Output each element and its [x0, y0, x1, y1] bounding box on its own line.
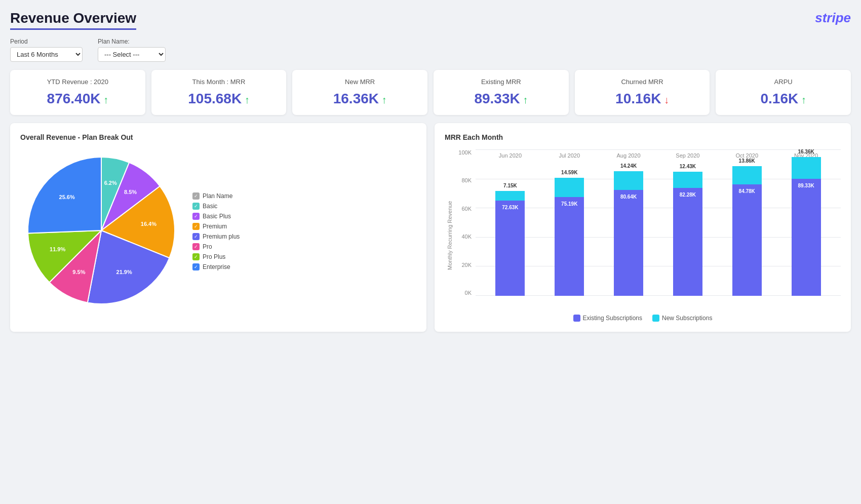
charts-row: Overall Revenue - Plan Break Out 6.2% 8.… — [10, 123, 851, 332]
y-tick: 40K — [453, 234, 472, 240]
bar-stack: 14.59K 75.19K — [555, 178, 584, 296]
legend-item: ✓Pro Plus — [192, 253, 240, 260]
plan-filter: Plan Name: --- Select ---BasicBasic Plus… — [98, 38, 166, 62]
bar-stack: 7.15K 72.63K — [495, 191, 525, 296]
bar-legend-item: Existing Subscriptions — [573, 315, 642, 322]
y-tick: 100K — [453, 149, 472, 156]
bar-group: 12.43K 82.28K — [670, 172, 706, 296]
trend-down-icon: ↓ — [661, 94, 669, 105]
bar-stack: 13.86K 84.78K — [732, 166, 762, 296]
svg-text:6.2%: 6.2% — [104, 180, 117, 186]
bar-group: 14.59K 75.19K — [552, 178, 587, 296]
trend-up-icon: ↑ — [520, 94, 528, 105]
page-title: Revenue Overview — [10, 10, 136, 30]
kpi-row: YTD Revenue : 2020 876.40K ↑ This Month … — [10, 70, 851, 115]
bars-area: 7.15K 72.63K 14.59K 75.19K 14.24K 80.64K — [476, 149, 841, 308]
bar-group: 7.15K 72.63K — [492, 191, 528, 296]
bar-chart-card: MRR Each Month Monthly Recurring Revenue… — [435, 123, 851, 332]
bar-stack: 16.36K 89.33K — [792, 157, 821, 296]
kpi-label: New MRR — [302, 78, 417, 86]
kpi-label: This Month : MRR — [162, 78, 277, 86]
bar-legend: Existing SubscriptionsNew Subscriptions — [445, 315, 841, 322]
svg-text:25.6%: 25.6% — [59, 194, 75, 200]
plan-select[interactable]: --- Select ---BasicBasic PlusPremiumPrem… — [98, 47, 166, 62]
kpi-card: Existing MRR 89.33K ↑ — [434, 70, 569, 115]
legend-item: ✓Basic — [192, 203, 240, 210]
bar-new: 13.86K — [732, 166, 762, 184]
y-tick: 80K — [453, 177, 472, 183]
legend-title: ✓Plan Name — [192, 192, 240, 200]
bar-existing: 72.63K — [495, 201, 525, 296]
trend-up-icon: ↑ — [379, 94, 387, 105]
bar-chart-inner: Monthly Recurring Revenue 100K80K60K40K2… — [445, 149, 841, 308]
kpi-card: ARPU 0.16K ↑ — [716, 70, 851, 115]
stripe-logo: stripe — [815, 10, 851, 26]
y-tick: 20K — [453, 262, 472, 268]
y-axis: 100K80K60K40K20K0K — [453, 149, 476, 308]
kpi-card: YTD Revenue : 2020 876.40K ↑ — [10, 70, 145, 115]
bar-existing: 82.28K — [673, 188, 702, 296]
bars-row: 7.15K 72.63K 14.59K 75.19K 14.24K 80.64K — [476, 149, 841, 296]
bar-stack: 12.43K 82.28K — [673, 172, 702, 296]
bar-chart-area: Monthly Recurring Revenue 100K80K60K40K2… — [445, 149, 841, 322]
svg-text:11.9%: 11.9% — [50, 246, 65, 252]
legend-item: ✓Basic Plus — [192, 213, 240, 220]
period-label: Period — [10, 38, 83, 45]
y-tick: 0K — [453, 290, 472, 296]
kpi-value: 89.33K ↑ — [444, 91, 559, 107]
period-select[interactable]: Last 6 MonthsLast 3 MonthsLast 12 Months… — [10, 47, 83, 62]
pie-chart-card: Overall Revenue - Plan Break Out 6.2% 8.… — [10, 123, 426, 332]
kpi-value: 876.40K ↑ — [20, 91, 135, 107]
kpi-label: Churned MRR — [585, 78, 700, 86]
bar-new: 16.36K — [792, 157, 821, 178]
kpi-value: 0.16K ↑ — [726, 91, 841, 107]
kpi-card: New MRR 16.36K ↑ — [292, 70, 427, 115]
kpi-label: YTD Revenue : 2020 — [20, 78, 135, 86]
pie-legend: ✓Plan Name✓Basic✓Basic Plus✓Premium✓Prem… — [192, 192, 240, 270]
kpi-value: 10.16K ↓ — [585, 91, 700, 107]
trend-up-icon: ↑ — [242, 94, 250, 105]
kpi-value: 16.36K ↑ — [302, 91, 417, 107]
bar-stack: 14.24K 80.64K — [614, 171, 643, 296]
bar-chart-title: MRR Each Month — [445, 133, 841, 141]
y-axis-label: Monthly Recurring Revenue — [445, 149, 453, 308]
bar-new: 12.43K — [673, 172, 702, 188]
legend-item: ✓Premium plus — [192, 233, 240, 240]
bar-group: 13.86K 84.78K — [729, 166, 765, 296]
kpi-label: ARPU — [726, 78, 841, 86]
bar-existing: 80.64K — [614, 190, 643, 296]
svg-text:9.5%: 9.5% — [72, 269, 85, 275]
svg-text:8.5%: 8.5% — [124, 189, 137, 195]
kpi-card: Churned MRR 10.16K ↓ — [575, 70, 710, 115]
period-filter: Period Last 6 MonthsLast 3 MonthsLast 12… — [10, 38, 83, 62]
bar-new: 7.15K — [495, 191, 525, 201]
plan-label: Plan Name: — [98, 38, 166, 45]
legend-item: ✓Pro — [192, 243, 240, 250]
pie-chart-title: Overall Revenue - Plan Break Out — [20, 133, 416, 141]
legend-item: ✓Enterprise — [192, 263, 240, 270]
bar-existing: 75.19K — [555, 197, 584, 296]
filters-row: Period Last 6 MonthsLast 3 MonthsLast 12… — [10, 38, 851, 62]
kpi-value: 105.68K ↑ — [162, 91, 277, 107]
y-tick: 60K — [453, 206, 472, 212]
bar-group: 16.36K 89.33K — [789, 157, 824, 296]
trend-up-icon: ↑ — [798, 94, 806, 105]
bar-legend-item: New Subscriptions — [652, 315, 712, 322]
svg-text:16.4%: 16.4% — [141, 221, 156, 227]
pie-container: 6.2% 8.5% 16.4% 21.9% 9.5% 11.9% 25.6% ✓… — [20, 149, 416, 314]
bar-new: 14.24K — [614, 171, 643, 190]
page-header: Revenue Overview stripe — [10, 10, 851, 30]
kpi-card: This Month : MRR 105.68K ↑ — [151, 70, 287, 115]
trend-up-icon: ↑ — [100, 94, 108, 105]
bar-group: 14.24K 80.64K — [611, 171, 646, 296]
svg-text:21.9%: 21.9% — [116, 269, 132, 275]
bar-new: 14.59K — [555, 178, 584, 197]
kpi-label: Existing MRR — [444, 78, 559, 86]
bar-existing: 84.78K — [732, 184, 762, 296]
pie-svg: 6.2% 8.5% 16.4% 21.9% 9.5% 11.9% 25.6% — [20, 149, 182, 314]
bar-existing: 89.33K — [792, 179, 821, 296]
legend-item: ✓Premium — [192, 223, 240, 230]
